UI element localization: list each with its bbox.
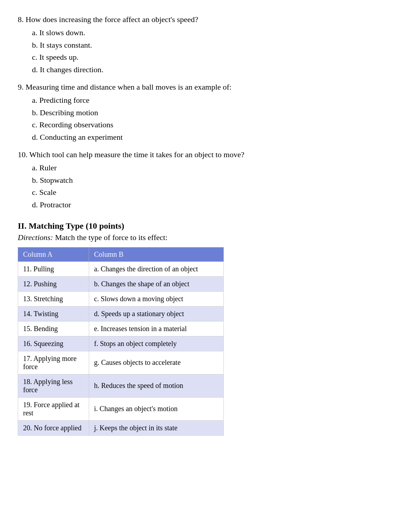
questions-section: 8. How does increasing the force affect …: [18, 14, 399, 211]
col-a-header: Column A: [18, 247, 89, 261]
table-cell-col-b: i. Changes an object's motion: [89, 397, 223, 420]
question-item: 8. How does increasing the force affect …: [18, 14, 399, 75]
table-header-row: Column A Column B: [18, 247, 224, 261]
question-text: 9. Measuring time and distance when a ba…: [18, 82, 399, 93]
table-row: 18. Applying less forceh. Reduces the sp…: [18, 374, 224, 397]
table-cell-col-b: h. Reduces the speed of motion: [89, 374, 223, 397]
choice-item: a. It slows down.: [32, 27, 399, 38]
section2-directions: Directions: Match the type of force to i…: [18, 233, 399, 242]
choice-item: c. Scale: [32, 187, 399, 198]
choices-list: a. Predicting forceb. Describing motionc…: [32, 95, 399, 143]
choice-item: d. It changes direction.: [32, 64, 399, 75]
question-item: 10. Which tool can help measure the time…: [18, 149, 399, 211]
question-text: 10. Which tool can help measure the time…: [18, 149, 399, 160]
question-text: 8. How does increasing the force affect …: [18, 14, 399, 25]
question-item: 9. Measuring time and distance when a ba…: [18, 82, 399, 143]
choice-item: a. Predicting force: [32, 95, 399, 106]
choice-item: c. Recording observations: [32, 119, 399, 131]
table-row: 13. Stretchingc. Slows down a moving obj…: [18, 291, 224, 306]
table-cell-col-a: 19. Force applied at rest: [18, 397, 89, 420]
choices-list: a. It slows down.b. It stays constant.c.…: [32, 27, 399, 75]
table-cell-col-b: a. Changes the direction of an object: [89, 261, 223, 276]
section2-header: II. Matching Type (10 points): [18, 221, 399, 231]
directions-italic: Directions:: [18, 233, 53, 242]
table-cell-col-b: j. Keeps the object in its state: [89, 420, 223, 435]
choice-item: a. Ruler: [32, 163, 399, 174]
table-cell-col-a: 13. Stretching: [18, 291, 89, 306]
choices-list: a. Rulerb. Stopwatchc. Scaled. Protracto…: [32, 163, 399, 211]
table-cell-col-b: g. Causes objects to accelerate: [89, 351, 223, 374]
choice-item: b. It stays constant.: [32, 40, 399, 51]
table-cell-col-b: f. Stops an object completely: [89, 336, 223, 351]
table-row: 11. Pullinga. Changes the direction of a…: [18, 261, 224, 276]
table-cell-col-a: 17. Applying more force: [18, 351, 89, 374]
choice-item: d. Conducting an experiment: [32, 132, 399, 143]
table-cell-col-a: 16. Squeezing: [18, 336, 89, 351]
section2-container: II. Matching Type (10 points) Directions…: [18, 221, 399, 436]
table-cell-col-b: d. Speeds up a stationary object: [89, 306, 223, 321]
matching-table: Column A Column B 11. Pullinga. Changes …: [18, 247, 224, 436]
table-cell-col-a: 11. Pulling: [18, 261, 89, 276]
matching-tbody: 11. Pullinga. Changes the direction of a…: [18, 261, 224, 435]
table-row: 17. Applying more forceg. Causes objects…: [18, 351, 224, 374]
choice-item: d. Protractor: [32, 200, 399, 211]
choice-item: b. Stopwatch: [32, 175, 399, 186]
table-row: 15. Bendinge. Increases tension in a mat…: [18, 321, 224, 336]
table-cell-col-b: e. Increases tension in a material: [89, 321, 223, 336]
col-b-header: Column B: [89, 247, 223, 261]
table-row: 16. Squeezingf. Stops an object complete…: [18, 336, 224, 351]
table-row: 19. Force applied at resti. Changes an o…: [18, 397, 224, 420]
table-row: 12. Pushingb. Changes the shape of an ob…: [18, 276, 224, 291]
table-cell-col-b: c. Slows down a moving object: [89, 291, 223, 306]
table-cell-col-a: 15. Bending: [18, 321, 89, 336]
table-cell-col-b: b. Changes the shape of an object: [89, 276, 223, 291]
choice-item: b. Describing motion: [32, 107, 399, 118]
choice-item: c. It speeds up.: [32, 52, 399, 63]
table-cell-col-a: 20. No force applied: [18, 420, 89, 435]
table-row: 20. No force appliedj. Keeps the object …: [18, 420, 224, 435]
table-row: 14. Twistingd. Speeds up a stationary ob…: [18, 306, 224, 321]
table-cell-col-a: 12. Pushing: [18, 276, 89, 291]
table-cell-col-a: 14. Twisting: [18, 306, 89, 321]
directions-normal: Match the type of force to its effect:: [53, 233, 167, 242]
table-cell-col-a: 18. Applying less force: [18, 374, 89, 397]
